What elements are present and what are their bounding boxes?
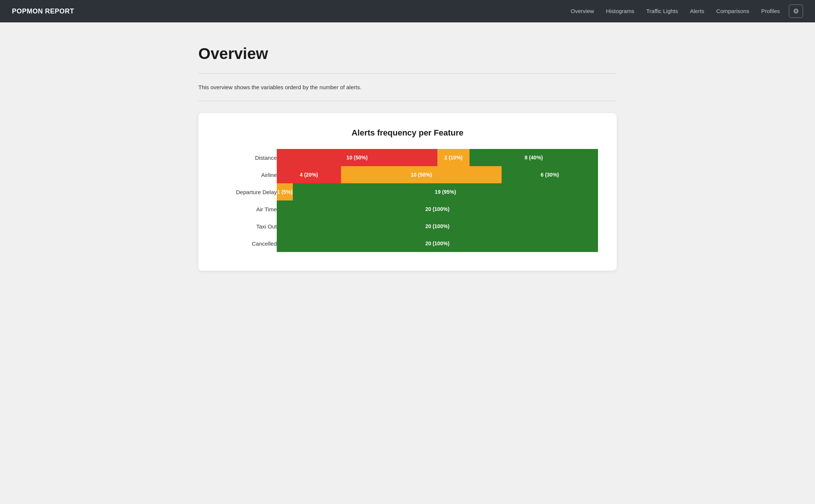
bar-segment-red: 4 (20%) bbox=[277, 166, 341, 183]
bar-cell: 20 (100%) bbox=[277, 235, 598, 252]
bar-cell: 10 (50%)2 (10%)8 (40%) bbox=[277, 149, 598, 166]
bar-cell: 20 (100%) bbox=[277, 218, 598, 235]
chart-card: Alerts frequency per Feature Distance10 … bbox=[198, 113, 617, 271]
nav-link-alerts[interactable]: Alerts bbox=[690, 8, 704, 14]
row-label: Cancelled bbox=[217, 235, 277, 252]
row-label: Taxi Out bbox=[217, 218, 277, 235]
bar-cell: 1 (5%)19 (95%) bbox=[277, 183, 598, 200]
bar-cell: 4 (20%)10 (50%)6 (30%) bbox=[277, 166, 598, 183]
row-label: Distance bbox=[217, 149, 277, 166]
content-divider bbox=[198, 101, 617, 101]
chart-row: Airline4 (20%)10 (50%)6 (30%) bbox=[217, 166, 598, 183]
main-content: Overview This overview shows the variabl… bbox=[183, 22, 632, 293]
nav-links: OverviewHistogramsTraffic LightsAlertsCo… bbox=[571, 8, 780, 15]
bar-cell: 20 (100%) bbox=[277, 200, 598, 218]
bar-segment-orange: 2 (10%) bbox=[437, 149, 470, 166]
gear-icon: ⚙ bbox=[793, 7, 799, 15]
nav-link-histograms[interactable]: Histograms bbox=[606, 8, 634, 14]
nav-link-comparisons[interactable]: Comparisons bbox=[716, 8, 749, 14]
brand-logo: POPMON REPORT bbox=[12, 7, 74, 15]
bar-segment-green: 6 (30%) bbox=[502, 166, 598, 183]
row-label: Air Time bbox=[217, 200, 277, 218]
bar-segment-green: 19 (95%) bbox=[293, 183, 598, 200]
bar-segment-orange: 1 (5%) bbox=[277, 183, 293, 200]
description-text: This overview shows the variables orderd… bbox=[198, 84, 617, 90]
row-label: Airline bbox=[217, 166, 277, 183]
nav-link-profiles[interactable]: Profiles bbox=[761, 8, 780, 14]
bar-segment-green: 20 (100%) bbox=[277, 235, 598, 252]
chart-row: Taxi Out20 (100%) bbox=[217, 218, 598, 235]
navbar: POPMON REPORT OverviewHistogramsTraffic … bbox=[0, 0, 815, 22]
chart-row: Distance10 (50%)2 (10%)8 (40%) bbox=[217, 149, 598, 166]
nav-link-overview[interactable]: Overview bbox=[571, 8, 594, 14]
chart-table: Distance10 (50%)2 (10%)8 (40%)Airline4 (… bbox=[217, 149, 598, 252]
row-label: Departure Delay bbox=[217, 183, 277, 200]
nav-link-traffic-lights[interactable]: Traffic Lights bbox=[646, 8, 678, 14]
bar-segment-orange: 10 (50%) bbox=[341, 166, 502, 183]
chart-title: Alerts frequency per Feature bbox=[217, 128, 598, 138]
page-title: Overview bbox=[198, 45, 617, 63]
title-divider bbox=[198, 73, 617, 74]
bar-segment-green: 20 (100%) bbox=[277, 218, 598, 235]
bar-segment-green: 20 (100%) bbox=[277, 200, 598, 218]
settings-button[interactable]: ⚙ bbox=[789, 4, 803, 18]
bar-segment-green: 8 (40%) bbox=[470, 149, 598, 166]
chart-row: Air Time20 (100%) bbox=[217, 200, 598, 218]
chart-row: Cancelled20 (100%) bbox=[217, 235, 598, 252]
bar-segment-red: 10 (50%) bbox=[277, 149, 437, 166]
chart-row: Departure Delay1 (5%)19 (95%) bbox=[217, 183, 598, 200]
